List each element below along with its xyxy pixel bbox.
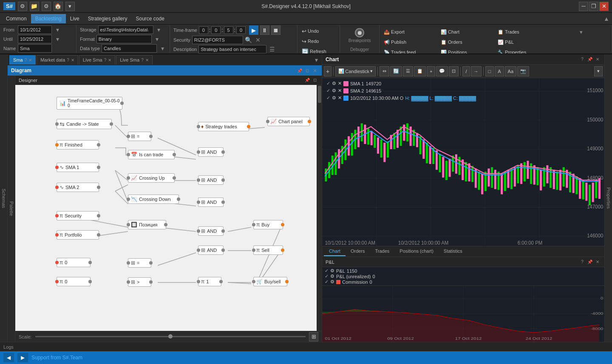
palette-sidebar[interactable]: Palette bbox=[8, 76, 15, 342]
node-eq2[interactable]: ⊞ = bbox=[128, 258, 151, 268]
chart-pin-btn[interactable]: 📌 bbox=[586, 56, 593, 63]
chart-tb-draw[interactable]: / bbox=[462, 66, 470, 76]
node-and5[interactable]: ⊞ AND bbox=[198, 245, 224, 255]
home-btn[interactable]: 🏠 bbox=[54, 2, 63, 11]
until-dropdown[interactable]: ▾ bbox=[54, 35, 61, 43]
cbt-chart[interactable]: Chart bbox=[324, 247, 346, 256]
node-one[interactable]: π 1 bbox=[198, 277, 221, 286]
pnl-content[interactable]: 0 -4000 -8000 01 Oct 2012 bbox=[322, 286, 604, 342]
status-back-btn[interactable]: ◀ bbox=[3, 353, 14, 362]
chevron-down-icon[interactable]: ▾ bbox=[553, 29, 609, 35]
ind-close[interactable]: ✕ bbox=[338, 81, 342, 86]
node-iscanteade[interactable]: 📅 Is can trade bbox=[128, 150, 175, 159]
designer-float-btn[interactable]: ⊡ bbox=[312, 77, 318, 84]
ind3-settings[interactable]: ⚙ bbox=[332, 95, 336, 101]
tf-m[interactable] bbox=[211, 26, 221, 34]
pnl-help-btn[interactable]: ? bbox=[579, 259, 586, 265]
node-zero2[interactable]: π 0 bbox=[57, 277, 91, 286]
arrow-btn[interactable]: ▾ bbox=[65, 2, 75, 11]
ind-settings[interactable]: ⚙ bbox=[332, 81, 336, 86]
chart-tb-aa[interactable]: Aa bbox=[505, 66, 516, 76]
ind2-settings[interactable]: ⚙ bbox=[332, 88, 336, 93]
menu-source[interactable]: Source code bbox=[131, 14, 168, 23]
datatype-dropdown[interactable]: ▾ bbox=[159, 45, 166, 52]
settings-btn2[interactable]: ⚙ bbox=[42, 2, 51, 11]
node-crossdown[interactable]: 📉 Crossing Down bbox=[128, 195, 179, 204]
designer-pin-btn[interactable]: 📌 bbox=[304, 77, 311, 84]
stop-btn[interactable]: ⏹ bbox=[271, 25, 280, 35]
chart-tb-btn7[interactable]: ⊡ bbox=[449, 66, 459, 76]
chart-tb-text[interactable]: A bbox=[495, 66, 504, 76]
menu-live[interactable]: Live bbox=[66, 14, 84, 23]
designer-canvas[interactable]: 📊 TimeFrameCandle_00-05-00 ⇄ Candle -> S… bbox=[15, 85, 322, 331]
trades-btn[interactable]: 📋Trades bbox=[496, 27, 552, 37]
chart-add-btn[interactable]: + bbox=[324, 66, 332, 76]
pnl-ind-settings3[interactable]: ⚙ bbox=[330, 279, 334, 285]
trades-feed-btn[interactable]: 📡Trades feed bbox=[382, 48, 438, 54]
export-btn[interactable]: 📤Export bbox=[382, 27, 438, 37]
tab-market-data[interactable]: Market data ? ✕ bbox=[37, 55, 78, 65]
chart-tb-arrow[interactable]: → bbox=[471, 66, 482, 76]
chart-tb-btn3[interactable]: ☰ bbox=[403, 66, 413, 76]
tab-market-help[interactable]: ? bbox=[67, 58, 69, 62]
node-gt[interactable]: ⊞ > bbox=[128, 277, 151, 287]
play-btn[interactable]: ▶ bbox=[249, 25, 258, 35]
format-dropdown[interactable]: ▾ bbox=[153, 35, 161, 43]
diagram-float-btn[interactable]: ⊡ bbox=[304, 67, 311, 74]
from-dropdown[interactable]: ▾ bbox=[54, 26, 61, 34]
pnl-ind-settings2[interactable]: ⚙ bbox=[330, 274, 334, 279]
node-candle-state[interactable]: ⇄ Candle -> State bbox=[57, 119, 112, 129]
desc-input[interactable] bbox=[198, 45, 266, 54]
node-and3[interactable]: ⊞ AND bbox=[198, 198, 224, 207]
node-crossup[interactable]: 📈 Crossing Up bbox=[128, 173, 175, 183]
node-zero1[interactable]: π 0 bbox=[57, 258, 91, 267]
node-sell[interactable]: π Sell bbox=[253, 245, 283, 255]
chart-tb-btn4[interactable]: 📋 bbox=[414, 66, 426, 76]
chart-tb-cam[interactable]: 📷 bbox=[517, 66, 529, 76]
properties-sidebar-right[interactable]: Properties bbox=[604, 54, 612, 342]
cbt-trades[interactable]: Trades bbox=[370, 247, 395, 256]
node-buysell[interactable]: 🛒 Buy/sell bbox=[253, 277, 287, 286]
close-btn[interactable]: ✕ bbox=[599, 2, 609, 11]
menu-common[interactable]: Common bbox=[2, 14, 31, 23]
tf-h[interactable] bbox=[199, 26, 208, 34]
node-and4[interactable]: ⊞ AND bbox=[198, 226, 224, 236]
redo-btn[interactable]: ↪Redo bbox=[300, 37, 320, 46]
pnl-pin-btn[interactable]: 📌 bbox=[586, 259, 593, 265]
publish-btn[interactable]: 📢Publish bbox=[382, 37, 438, 47]
node-buy[interactable]: π Buy bbox=[253, 220, 283, 229]
from-input[interactable] bbox=[18, 25, 52, 34]
node-and1[interactable]: ⊞ AND bbox=[198, 147, 224, 157]
tab-live2-close[interactable]: ✕ bbox=[145, 58, 149, 62]
tf-s[interactable] bbox=[224, 26, 233, 34]
cbt-positions-chart[interactable]: Positions (chart) bbox=[394, 247, 438, 256]
format-input[interactable] bbox=[96, 35, 152, 43]
node-security[interactable]: π Security bbox=[57, 211, 99, 220]
breakpoints-btn[interactable]: ⏺ bbox=[343, 28, 377, 37]
node-portfolio[interactable]: π Portfolio bbox=[57, 230, 99, 240]
pause-btn[interactable]: ⏸ bbox=[260, 25, 269, 35]
pnl-btn[interactable]: 📈P&L bbox=[496, 37, 552, 47]
candlestick-btn[interactable]: 📊 Candlestick ▾ bbox=[335, 66, 376, 76]
tab-live2-help[interactable]: ? bbox=[141, 58, 144, 62]
minimize-btn[interactable]: ─ bbox=[579, 2, 588, 11]
undo-btn[interactable]: ↩Undo bbox=[300, 26, 320, 36]
node-sma2[interactable]: ∿ SMA 2 bbox=[57, 183, 99, 192]
chart-tb-btn6[interactable]: 💬 bbox=[436, 66, 448, 76]
refresh-btn[interactable]: 🔄Refresh bbox=[300, 47, 328, 54]
chart-tb-more[interactable]: ▾ bbox=[594, 66, 603, 76]
chart-close-btn[interactable]: ✕ bbox=[594, 56, 601, 63]
chart-tb-btn1[interactable]: ⇔ bbox=[380, 66, 389, 76]
chart-btn[interactable]: 📊Chart bbox=[439, 27, 495, 37]
security-search[interactable]: 🔍 bbox=[245, 36, 252, 44]
diagram-pin-btn[interactable]: 📌 bbox=[296, 67, 303, 74]
schemas-sidebar[interactable]: Schemas bbox=[0, 54, 8, 342]
node-chart-panel[interactable]: 📈 Chart panel bbox=[267, 117, 310, 126]
status-forward-btn[interactable]: ▶ bbox=[17, 353, 28, 362]
cbt-orders[interactable]: Orders bbox=[346, 247, 370, 256]
scale-icon[interactable]: ⊞ bbox=[309, 332, 318, 341]
pnl-close-btn[interactable]: ✕ bbox=[594, 259, 601, 265]
tab-market-close[interactable]: ✕ bbox=[71, 58, 74, 62]
storage-input[interactable] bbox=[98, 25, 153, 34]
node-and2[interactable]: ⊞ AND bbox=[198, 175, 224, 185]
